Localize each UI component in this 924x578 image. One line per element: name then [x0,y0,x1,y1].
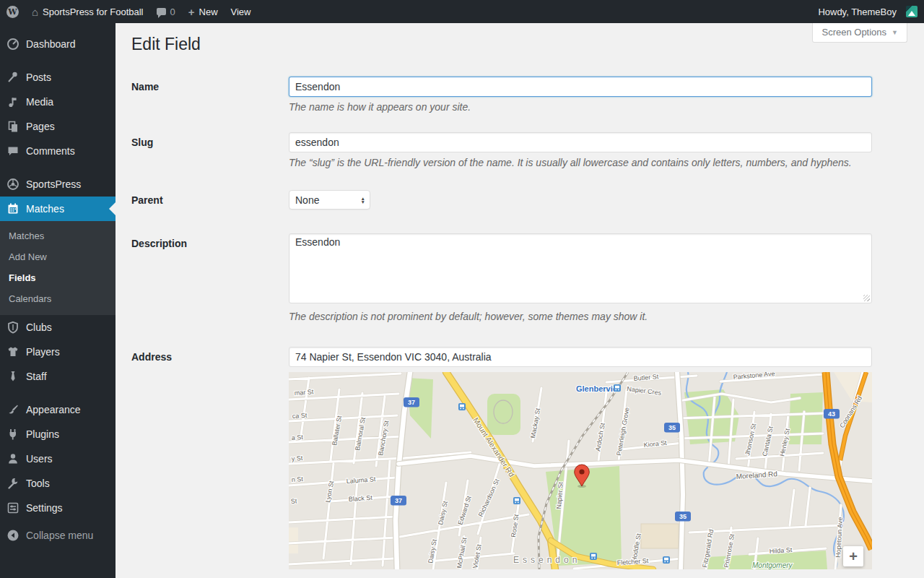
map-street-label: y St [291,454,303,462]
sidebar-item-appearance[interactable]: Appearance [0,397,116,422]
svg-text:37: 37 [408,399,415,406]
avatar [906,6,918,17]
my-account-menu[interactable]: Howdy, ThemeBoy [811,0,924,23]
map-street-label: a St [291,434,303,441]
sidebar-item-label: Posts [26,72,51,83]
view-label: View [231,7,251,17]
sidebar-item-tools[interactable]: Tools [0,471,116,496]
slug-row: Slug The “slug” is the URL-friendly vers… [131,132,924,168]
map-street-label: ca St [292,412,308,420]
user-icon [6,452,20,466]
sidebar-item-label: Appearance [26,404,81,415]
sidebar-item-clubs[interactable]: Clubs [0,315,116,340]
tie-icon [6,369,20,384]
name-input[interactable] [289,77,872,97]
sidebar-item-label: Clubs [26,322,52,333]
sidebar-item-posts[interactable]: Posts [0,65,116,90]
sidebar-item-media[interactable]: Media [0,90,116,114]
map-street-label: Montgomery [752,561,793,569]
sidebar-item-settings[interactable]: Settings [0,496,116,520]
site-name-label: SportsPress for Football [43,7,143,17]
comments-link[interactable]: 0 [150,0,182,23]
calendar-icon [6,202,20,216]
description-help-text: The description is not prominent by defa… [289,311,872,322]
admin-menu: Dashboard Posts Media Pages Comments Spo… [0,23,116,578]
resize-handle[interactable] [863,295,870,301]
page-title: Edit Field [131,33,924,55]
name-label: Name [131,77,289,113]
svg-text:35: 35 [679,513,687,520]
sidebar-item-dashboard[interactable]: Dashboard [0,32,116,56]
view-link[interactable]: View [225,0,258,23]
sidebar-item-comments[interactable]: Comments [0,139,116,163]
wp-logo-menu[interactable]: W [0,0,25,23]
music-note-icon [6,95,20,109]
sidebar-item-matches[interactable]: Matches [0,197,116,221]
home-icon: ⌂ [32,7,38,17]
main-content: Screen Options ▼ Edit Field Name The nam… [116,0,924,569]
admin-bar: W ⌂ SportsPress for Football 0 + New Vie… [0,0,924,23]
howdy-label: Howdy, ThemeBoy [818,7,897,17]
site-name-link[interactable]: ⌂ SportsPress for Football [25,0,150,23]
map-street-label: Essendon [513,555,580,565]
svg-text:35: 35 [668,424,676,431]
new-label: New [199,7,218,17]
soccer-ball-icon [6,177,20,191]
comments-icon [6,144,20,158]
map-building [641,524,679,548]
dashboard-icon [6,37,20,51]
sidebar-item-label: Media [26,96,53,108]
parent-select[interactable]: None [289,190,370,210]
sidebar-item-label: Users [26,453,53,465]
submenu-item-calendars[interactable]: Calendars [0,288,116,309]
sidebar-item-label: Settings [26,502,63,514]
screen-options-label: Screen Options [821,27,886,38]
description-textarea[interactable]: Essendon [289,233,872,303]
screen-options-tab[interactable]: Screen Options ▼ [812,23,907,43]
description-row: Description Essendon The description is … [131,233,924,322]
comments-count: 0 [170,7,175,17]
address-row: Address [131,347,924,569]
sidebar-item-plugins[interactable]: Plugins [0,422,116,447]
sidebar-item-label: SportsPress [26,178,81,190]
description-label: Description [131,233,289,322]
new-content-menu[interactable]: + New [182,0,225,23]
submenu-item-add-new[interactable]: Add New [0,246,116,267]
paintbrush-icon [6,402,20,417]
slug-help-text: The “slug” is the URL-friendly version o… [289,157,872,168]
submenu-item-matches[interactable]: Matches [0,225,116,246]
map-street-label: Glenbervie [576,384,617,393]
map-street-label: St [290,497,297,505]
map-street-label: mar St [294,388,314,397]
slug-input[interactable] [289,132,872,152]
sidebar-item-sportspress[interactable]: SportsPress [0,172,116,197]
pages-icon [6,119,20,134]
sidebar-item-label: Pages [26,121,55,132]
collapse-menu-button[interactable]: Collapse menu [0,523,116,548]
parent-label: Parent [131,190,289,210]
sidebar-item-label: Staff [26,371,47,382]
address-label: Address [131,347,289,569]
parent-row: Parent None ▲▼ [131,190,924,210]
sidebar-item-staff[interactable]: Staff [0,364,116,389]
slug-label: Slug [131,132,289,168]
name-row: Name The name is how it appears on your … [131,77,924,113]
sidebar-item-players[interactable]: Players [0,340,116,364]
sidebar-item-label: Comments [26,145,75,157]
svg-text:43: 43 [828,410,835,418]
address-input[interactable] [289,347,872,367]
collapse-menu-label: Collapse menu [26,530,93,541]
pushpin-icon [6,70,20,85]
sidebar-item-pages[interactable]: Pages [0,114,116,139]
matches-submenu: Matches Add New Fields Calendars [0,221,116,315]
tshirt-icon [6,345,20,359]
sidebar-item-label: Tools [26,478,50,489]
google-map[interactable]: mar Stca Sta Sty Stn StStBallater StBalm… [289,372,872,569]
sliders-icon [6,501,20,515]
shield-icon [6,320,20,335]
submenu-item-fields[interactable]: Fields [0,267,116,288]
sidebar-item-users[interactable]: Users [0,447,116,471]
map-zoom-in-button[interactable]: + [843,546,863,566]
google-map-canvas[interactable]: mar Stca Sta Sty Stn StStBallater StBalm… [289,372,872,569]
svg-text:37: 37 [395,497,402,504]
